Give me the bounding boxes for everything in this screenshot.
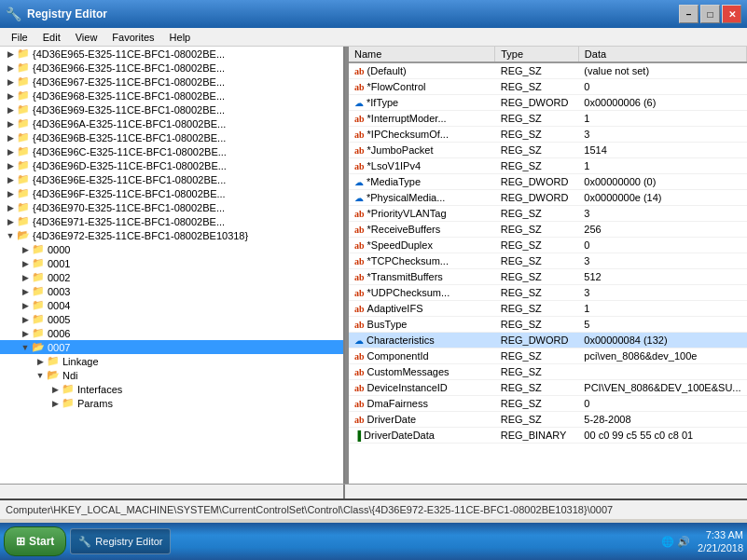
tree-item-t8[interactable]: ▶📁{4D36E96C-E325-11CE-BFC1-08002BE... [0, 144, 343, 158]
maximize-button[interactable]: □ [700, 5, 720, 23]
table-row[interactable]: ab*TCPChecksum...REG_SZ3 [349, 253, 747, 269]
table-row[interactable]: abDmaFairnessREG_SZ0 [349, 396, 747, 412]
tree-item-label: {4D36E969-E325-11CE-BFC1-08002BE... [33, 104, 225, 116]
cell-type: REG_SZ [495, 79, 579, 95]
tree-item-t7[interactable]: ▶📁{4D36E96B-E325-11CE-BFC1-08002BE... [0, 130, 343, 144]
cell-type: REG_SZ [495, 412, 579, 428]
table-row[interactable]: ☁*PhysicalMedia...REG_DWORD0x0000000e (1… [349, 190, 747, 206]
tree-item-t15[interactable]: ▶📁0000 [0, 242, 343, 256]
cell-data: 256 [578, 222, 746, 238]
tree-item-t16[interactable]: ▶📁0001 [0, 256, 343, 270]
tree-item-t25[interactable]: ▶📁Interfaces [0, 382, 343, 396]
folder-icon: 📁 [17, 61, 30, 74]
tree-item-label: {4D36E968-E325-11CE-BFC1-08002BE... [33, 90, 225, 102]
tree-item-label: {4D36E972-E325-11CE-BFC1-08002BE10318} [33, 230, 248, 241]
cell-name: abDriverDate [349, 412, 495, 428]
table-row[interactable]: abCustomMessagesREG_SZ [349, 364, 747, 380]
taskbar-apps: 🔧Registry Editor [70, 528, 171, 554]
tree-item-t5[interactable]: ▶📁{4D36E969-E325-11CE-BFC1-08002BE... [0, 102, 343, 116]
menu-edit[interactable]: Edit [35, 30, 68, 45]
taskbar-app-registry-editor[interactable]: 🔧Registry Editor [70, 528, 171, 554]
table-row[interactable]: ab*PriorityVLANTagREG_SZ3 [349, 206, 747, 222]
cell-data: 0x00000000 (0) [578, 174, 746, 190]
col-header-type[interactable]: Type [495, 47, 579, 62]
start-button[interactable]: ⊞ Start [4, 526, 66, 556]
table-row[interactable]: ☁*MediaTypeREG_DWORD0x00000000 (0) [349, 174, 747, 190]
table-row[interactable]: ▐DriverDateDataREG_BINARY00 c0 99 c5 55 … [349, 428, 747, 444]
tree-item-t18[interactable]: ▶📁0003 [0, 284, 343, 298]
folder-icon: 📁 [17, 48, 30, 60]
app-icon: 🔧 [6, 7, 21, 21]
table-row[interactable]: abComponentIdREG_SZpci\ven_8086&dev_100e [349, 348, 747, 364]
tree-item-t6[interactable]: ▶📁{4D36E96A-E325-11CE-BFC1-08002BE... [0, 116, 343, 130]
tree-item-t19[interactable]: ▶📁0004 [0, 298, 343, 312]
tree-item-t21[interactable]: ▶📁0006 [0, 326, 343, 340]
table-row[interactable]: abDriverDateREG_SZ5-28-2008 [349, 412, 747, 428]
menu-view[interactable]: View [68, 30, 105, 45]
tree-horizontal-scrollbar[interactable] [0, 485, 345, 499]
tree-item-t9[interactable]: ▶📁{4D36E96D-E325-11CE-BFC1-08002BE... [0, 158, 343, 172]
tree-item-t10[interactable]: ▶📁{4D36E96E-E325-11CE-BFC1-08002BE... [0, 172, 343, 186]
table-row[interactable]: ab(Default)REG_SZ(value not set) [349, 62, 747, 79]
tree-item-t20[interactable]: ▶📁0005 [0, 312, 343, 326]
table-row[interactable]: ☁CharacteristicsREG_DWORD0x00000084 (132… [349, 333, 747, 348]
table-row[interactable]: ab*IPChecksumOf...REG_SZ3 [349, 127, 747, 143]
cell-name: ☁*PhysicalMedia... [349, 190, 495, 206]
tree-item-t4[interactable]: ▶📁{4D36E968-E325-11CE-BFC1-08002BE... [0, 89, 343, 102]
folder-icon: 📁 [32, 271, 45, 283]
tree-item-t13[interactable]: ▶📁{4D36E971-E325-11CE-BFC1-08002BE... [0, 214, 343, 228]
table-row[interactable]: ab*ReceiveBuffersREG_SZ256 [349, 222, 747, 238]
scrollbar-area [0, 484, 747, 499]
col-header-name[interactable]: Name [349, 47, 495, 62]
taskbar-right: 🌐 🔊 7:33 AM 2/21/2018 [661, 528, 743, 555]
table-row[interactable]: ab*JumboPacketREG_SZ1514 [349, 143, 747, 158]
close-button[interactable]: ✕ [722, 5, 741, 23]
cell-data [578, 364, 746, 380]
tree-item-t22[interactable]: ▼📂0007 [0, 340, 343, 354]
table-row[interactable]: abBusTypeREG_SZ5 [349, 317, 747, 333]
tree-item-t11[interactable]: ▶📁{4D36E96F-E325-11CE-BFC1-08002BE... [0, 186, 343, 200]
menu-file[interactable]: File [4, 30, 35, 45]
registry-values-pane[interactable]: Name Type Data ab(Default)REG_SZ(value n… [349, 47, 747, 484]
table-row[interactable]: ☁*IfTypeREG_DWORD0x00000006 (6) [349, 95, 747, 111]
tree-item-label: {4D36E96B-E325-11CE-BFC1-08002BE... [33, 132, 226, 143]
tree-item-label: 0002 [48, 272, 70, 283]
folder-icon: 📁 [32, 327, 45, 339]
tree-item-t1[interactable]: ▶📁{4D36E965-E325-11CE-BFC1-08002BE... [0, 47, 343, 61]
table-row[interactable]: ab*LsoV1IPv4REG_SZ1 [349, 158, 747, 174]
table-row[interactable]: abAdaptiveIFSREG_SZ1 [349, 301, 747, 317]
table-row[interactable]: ab*TransmitBuffersREG_SZ512 [349, 269, 747, 285]
cell-name: ab*UDPChecksum... [349, 285, 495, 301]
cell-data: 512 [578, 269, 746, 285]
menu-help[interactable]: Help [162, 30, 199, 45]
menu-favorites[interactable]: Favorites [104, 30, 161, 45]
table-row[interactable]: ab*SpeedDuplexREG_SZ0 [349, 238, 747, 253]
tree-expand-icon: ▶ [19, 301, 32, 310]
table-row[interactable]: ab*FlowControlREG_SZ0 [349, 79, 747, 95]
cell-type: REG_DWORD [495, 95, 579, 111]
tree-item-t12[interactable]: ▶📁{4D36E970-E325-11CE-BFC1-08002BE... [0, 200, 343, 214]
tree-expand-icon: ▼ [4, 231, 17, 240]
tree-item-t3[interactable]: ▶📁{4D36E967-E325-11CE-BFC1-08002BE... [0, 75, 343, 89]
tree-item-t26[interactable]: ▶📁Params [0, 396, 343, 410]
cell-data: 0 [578, 396, 746, 412]
cell-data: pci\ven_8086&dev_100e [578, 348, 746, 364]
col-header-data[interactable]: Data [578, 47, 746, 62]
tree-item-t17[interactable]: ▶📁0002 [0, 270, 343, 284]
tree-item-t23[interactable]: ▶📁Linkage [0, 354, 343, 368]
cell-data: 0x00000006 (6) [578, 95, 746, 111]
table-row[interactable]: ab*UDPChecksum...REG_SZ3 [349, 285, 747, 301]
tree-expand-icon: ▶ [4, 203, 17, 212]
tree-item-label: {4D36E96A-E325-11CE-BFC1-08002BE... [33, 118, 226, 130]
value-horizontal-scrollbar[interactable] [345, 485, 747, 499]
minimize-button[interactable]: – [679, 5, 699, 23]
tree-item-t24[interactable]: ▼📂Ndi [0, 368, 343, 382]
tree-item-label: Params [77, 398, 113, 409]
tree-item-t14[interactable]: ▼📂{4D36E972-E325-11CE-BFC1-08002BE10318} [0, 228, 343, 242]
table-row[interactable]: ab*InterruptModer...REG_SZ1 [349, 111, 747, 127]
registry-tree[interactable]: ▶📁{4D36E965-E325-11CE-BFC1-08002BE...▶📁{… [0, 47, 345, 484]
tree-item-label: 0004 [48, 300, 70, 311]
tree-item-t2[interactable]: ▶📁{4D36E966-E325-11CE-BFC1-08002BE... [0, 61, 343, 75]
tree-expand-icon: ▶ [4, 133, 17, 143]
table-row[interactable]: abDeviceInstanceIDREG_SZPCI\VEN_8086&DEV… [349, 380, 747, 396]
